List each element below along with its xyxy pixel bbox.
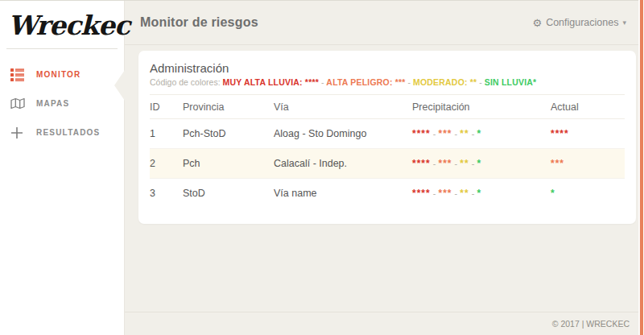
stars: **** — [412, 188, 431, 199]
stars: *** — [551, 158, 564, 169]
active-item-notch — [114, 70, 125, 101]
stars: *** — [438, 158, 452, 169]
cell-provincia: StoD — [183, 179, 274, 209]
stars: *** — [438, 128, 452, 139]
star-separator: - — [452, 129, 460, 139]
stars: **** — [412, 158, 431, 169]
cell-via: Vía name — [274, 179, 412, 209]
risk-table: ID Provincia Vía Precipitación Actual 1P… — [150, 94, 625, 209]
stars: *** — [438, 188, 452, 199]
cell-actual: * — [551, 179, 625, 209]
settings-label: Configuraciones — [546, 17, 618, 28]
app-window: Wreckec — [0, 0, 644, 335]
cell-precipitacion: **** - *** - ** - * — [412, 179, 551, 209]
cell-id: 3 — [150, 179, 183, 209]
cell-actual: **** — [551, 119, 625, 149]
star-separator: - — [431, 159, 439, 168]
sidebar-item-label: MONITOR — [36, 70, 80, 79]
plus-icon — [10, 126, 27, 139]
legend-item: SIN LLUVIA* — [485, 77, 537, 87]
stars: * — [477, 128, 481, 139]
table-header-row: ID Provincia Vía Precipitación Actual — [150, 95, 625, 119]
cell-provincia: Pch — [183, 149, 274, 179]
sidebar-item-mapas[interactable]: MAPAS — [0, 89, 124, 118]
table-row: 1Pch-StoDAloag - Sto Domingo**** - *** -… — [150, 119, 625, 149]
footer: © 2017 | WRECKEC — [125, 312, 644, 335]
stars: * — [551, 188, 555, 199]
column-header-precipitacion: Precipitación — [412, 95, 551, 119]
star-separator: - — [469, 188, 477, 198]
map-icon — [10, 97, 27, 110]
sidebar-item-monitor[interactable]: MONITOR — [0, 60, 124, 89]
column-header-via: Vía — [274, 95, 412, 119]
cell-id: 2 — [150, 149, 183, 179]
stars: * — [477, 158, 481, 169]
page-title: Monitor de riesgos — [140, 15, 258, 30]
admin-card: Administración Código de colores: MUY AL… — [138, 51, 636, 224]
cell-via: Aloag - Sto Domingo — [274, 119, 412, 149]
star-separator: - — [431, 129, 439, 139]
cell-precipitacion: **** - *** - ** - * — [412, 119, 551, 149]
sidebar-item-resultados[interactable]: RESULTADOS — [0, 118, 124, 147]
column-header-actual: Actual — [551, 95, 625, 119]
topbar: Monitor de riesgos ⚙ Configuraciones ▾ — [125, 1, 644, 45]
star-separator: - — [469, 159, 477, 168]
sidebar: Wreckec — [0, 1, 125, 335]
column-header-id: ID — [150, 95, 183, 119]
star-separator: - — [452, 188, 460, 198]
column-header-provincia: Provincia — [183, 95, 274, 119]
star-separator: - — [452, 159, 460, 168]
cell-actual: *** — [551, 149, 625, 179]
chevron-down-icon: ▾ — [622, 19, 626, 27]
main-area: Monitor de riesgos ⚙ Configuraciones ▾ A… — [125, 1, 644, 335]
gear-icon: ⚙ — [532, 18, 542, 28]
legend-items: MUY ALTA LLUVIA: **** - ALTA PELIGRO: **… — [222, 77, 536, 87]
sidebar-item-label: RESULTADOS — [36, 128, 100, 137]
legend-separator: - — [406, 77, 413, 87]
legend-item: MUY ALTA LLUVIA: **** — [222, 77, 319, 87]
stars: **** — [412, 128, 431, 139]
sidebar-item-label: MAPAS — [36, 99, 69, 108]
cell-id: 1 — [150, 119, 183, 149]
card-title: Administración — [150, 61, 625, 75]
content: Administración Código de colores: MUY AL… — [125, 45, 644, 312]
stars: ** — [460, 188, 469, 199]
stars: **** — [551, 128, 569, 139]
table-row: 2PchCalacalí - Indep.**** - *** - ** - *… — [150, 149, 625, 179]
legend-separator: - — [477, 77, 484, 87]
legend-prefix: Código de colores: — [150, 77, 221, 87]
scrollbar-track[interactable] — [638, 0, 644, 335]
legend-item: MODERADO: ** — [413, 77, 477, 87]
table-body: 1Pch-StoDAloag - Sto Domingo**** - *** -… — [150, 119, 625, 209]
scrollbar-thumb[interactable] — [640, 0, 643, 335]
stars: * — [477, 188, 481, 199]
brand-logo[interactable]: Wreckec — [0, 1, 124, 43]
legend-separator: - — [319, 77, 326, 87]
sidebar-divider — [6, 48, 118, 49]
sidebar-nav: MONITOR MAPAS RESULTADOS — [0, 60, 124, 147]
table-row: 3StoDVía name**** - *** - ** - ** — [150, 179, 625, 209]
settings-dropdown[interactable]: ⚙ Configuraciones ▾ — [532, 17, 626, 28]
cell-provincia: Pch-StoD — [183, 119, 274, 149]
cell-precipitacion: **** - *** - ** - * — [412, 149, 551, 179]
stars: ** — [460, 158, 469, 169]
star-separator: - — [431, 188, 439, 198]
cell-via: Calacalí - Indep. — [274, 149, 412, 179]
stars: ** — [460, 128, 469, 139]
star-separator: - — [469, 129, 477, 139]
copyright-text: © 2017 | WRECKEC — [552, 319, 630, 329]
color-legend: Código de colores: MUY ALTA LLUVIA: ****… — [150, 77, 625, 87]
monitor-list-icon — [10, 68, 27, 81]
legend-item: ALTA PELIGRO: *** — [326, 77, 405, 87]
